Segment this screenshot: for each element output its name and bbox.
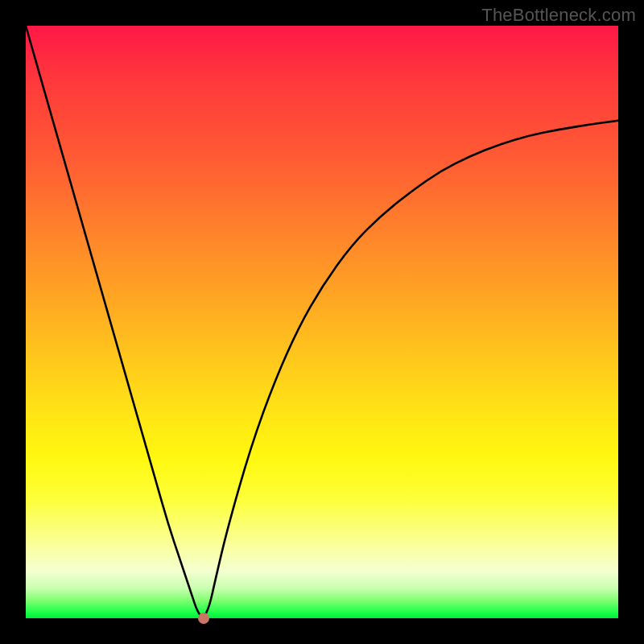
bottleneck-curve [26, 26, 618, 617]
chart-frame: TheBottleneck.com [0, 0, 644, 644]
watermark-text: TheBottleneck.com [481, 5, 636, 26]
plot-area [26, 26, 618, 618]
curve-svg [26, 26, 618, 618]
minimum-marker [198, 613, 209, 624]
